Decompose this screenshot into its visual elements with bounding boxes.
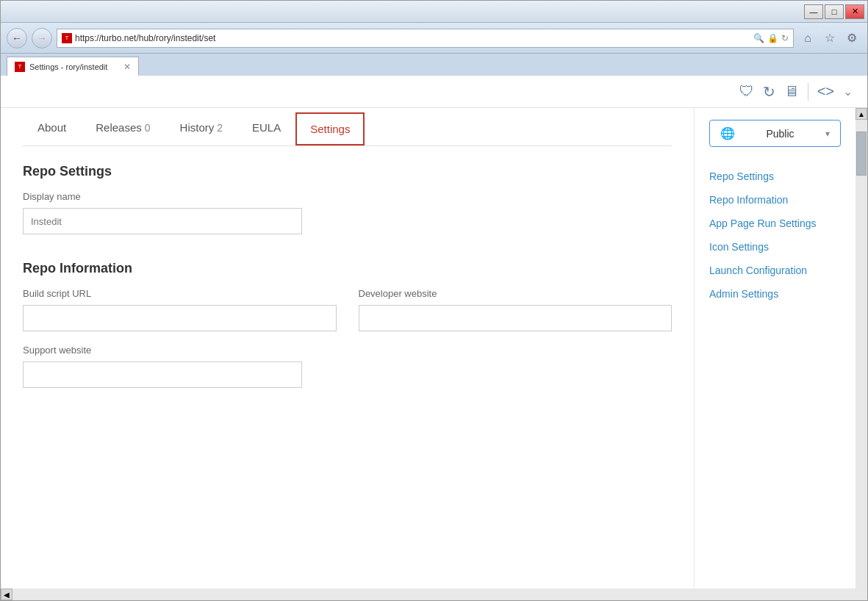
tab-favicon: T xyxy=(15,62,25,72)
scroll-left-arrow[interactable]: ◀ xyxy=(1,589,12,600)
display-icon[interactable]: 🖥 xyxy=(784,83,799,100)
tab-eula[interactable]: EULA xyxy=(237,111,295,146)
tab-bar: T Settings - rory/instedit ✕ xyxy=(1,54,867,76)
tab-settings[interactable]: Settings xyxy=(295,112,365,145)
support-website-label: Support website xyxy=(23,345,672,356)
tab-releases[interactable]: Releases0 xyxy=(81,111,165,146)
main-content: 🛡 ↻ 🖥 <> ⌄ About Releases0 Hist xyxy=(1,76,867,600)
home-button[interactable]: ⌂ xyxy=(798,29,817,48)
right-sidebar: 🌐 Public ▾ Repo Settings Repo Informatio… xyxy=(694,108,856,589)
tab-close-button[interactable]: ✕ xyxy=(123,62,131,72)
refresh-icon[interactable]: ↻ xyxy=(781,33,789,43)
sync-icon[interactable]: ↻ xyxy=(763,83,775,101)
minimize-button[interactable]: — xyxy=(804,4,823,19)
repo-information-section: Repo Information Build script URL Develo… xyxy=(23,261,672,388)
public-label: Public xyxy=(741,128,819,140)
developer-website-label: Developer website xyxy=(359,288,672,299)
scroll-thumb[interactable] xyxy=(856,132,867,176)
left-content: About Releases0 History2 EULA Settings xyxy=(1,108,694,589)
developer-website-input[interactable] xyxy=(359,305,672,331)
close-button[interactable]: ✕ xyxy=(845,4,864,19)
page-top-toolbar: 🛡 ↻ 🖥 <> ⌄ xyxy=(1,76,867,108)
build-script-url-label: Build script URL xyxy=(23,288,337,299)
repo-settings-section: Repo Settings Display name xyxy=(23,164,672,234)
display-name-label: Display name xyxy=(23,191,672,202)
browser-window: — □ ✕ ← → T https://turbo.net/hub/rory/i… xyxy=(0,0,868,601)
developer-website-field-group: Developer website xyxy=(359,288,672,331)
lock-icon: 🔒 xyxy=(767,33,778,43)
title-bar: — □ ✕ xyxy=(1,1,867,23)
address-text: https://turbo.net/hub/rory/instedit/set xyxy=(75,33,750,43)
share-icon[interactable]: <> xyxy=(817,83,834,100)
toolbar-separator xyxy=(808,83,808,101)
repo-settings-header: Repo Settings xyxy=(23,164,672,179)
sidebar-link-launch-configuration[interactable]: Launch Configuration xyxy=(709,259,841,282)
chevron-down-icon: ▾ xyxy=(825,129,830,139)
support-website-input[interactable] xyxy=(23,361,302,388)
sidebar-link-admin-settings[interactable]: Admin Settings xyxy=(709,282,841,306)
repo-information-header: Repo Information xyxy=(23,261,672,276)
maximize-button[interactable]: □ xyxy=(825,4,844,19)
search-icon: 🔍 xyxy=(753,33,764,43)
build-script-url-field-group: Build script URL xyxy=(23,288,337,331)
title-bar-controls: — □ ✕ xyxy=(804,4,864,19)
page-tabs: About Releases0 History2 EULA Settings xyxy=(23,108,672,146)
browser-tab[interactable]: T Settings - rory/instedit ✕ xyxy=(7,57,139,76)
build-script-url-input[interactable] xyxy=(23,305,337,331)
public-visibility-button[interactable]: 🌐 Public ▾ xyxy=(709,120,841,147)
scroll-up-arrow[interactable]: ▲ xyxy=(856,108,867,120)
shield-icon[interactable]: 🛡 xyxy=(739,83,754,100)
globe-icon: 🌐 xyxy=(720,126,735,140)
sidebar-link-app-page-run-settings[interactable]: App Page Run Settings xyxy=(709,212,841,235)
forward-button[interactable]: → xyxy=(32,28,52,48)
browser-toolbar-icons: ⌂ ☆ ⚙ xyxy=(798,29,861,48)
two-col-fields: Build script URL Developer website xyxy=(23,288,672,345)
content-wrapper: About Releases0 History2 EULA Settings xyxy=(1,108,867,589)
support-website-field-group: Support website xyxy=(23,345,672,388)
sidebar-link-repo-settings[interactable]: Repo Settings xyxy=(709,165,841,188)
tab-history[interactable]: History2 xyxy=(165,111,237,146)
star-button[interactable]: ☆ xyxy=(820,29,839,48)
tab-title: Settings - rory/instedit xyxy=(29,62,119,71)
display-name-input[interactable] xyxy=(23,208,302,234)
address-input-container: T https://turbo.net/hub/rory/instedit/se… xyxy=(57,29,794,48)
dropdown-arrow-icon[interactable]: ⌄ xyxy=(843,84,853,98)
favicon: T xyxy=(62,33,72,43)
horizontal-scrollbar: ◀ xyxy=(1,589,867,600)
sidebar-link-icon-settings[interactable]: Icon Settings xyxy=(709,235,841,259)
back-button[interactable]: ← xyxy=(7,28,27,48)
display-name-field-group: Display name xyxy=(23,191,672,234)
settings-gear-button[interactable]: ⚙ xyxy=(842,29,861,48)
sidebar-link-repo-information[interactable]: Repo Information xyxy=(709,188,841,212)
scrollbar-rail: ▲ xyxy=(856,108,867,589)
address-bar: ← → T https://turbo.net/hub/rory/instedi… xyxy=(1,23,867,54)
tab-about[interactable]: About xyxy=(23,111,81,146)
